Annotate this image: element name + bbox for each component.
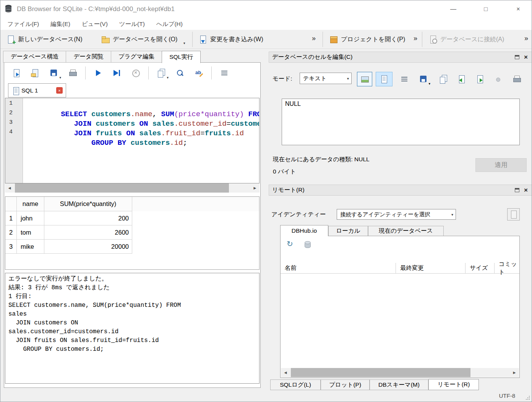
column-commit[interactable]: コミット: [495, 263, 519, 273]
cell-name[interactable]: mike: [17, 240, 44, 254]
menu-view[interactable]: ビュー(V): [76, 20, 114, 28]
cell-sum[interactable]: 20000: [44, 240, 132, 254]
sql-token: customers: [231, 120, 259, 128]
open-database-dropdown-arrow[interactable]: ▾: [183, 41, 185, 45]
apply-button[interactable]: 適用: [475, 158, 527, 172]
toolbar-overflow-3[interactable]: »: [524, 34, 528, 42]
auto-format-button[interactable]: [190, 66, 207, 80]
menu-tools[interactable]: ツール(T): [114, 20, 151, 28]
json-format-button[interactable]: [397, 72, 412, 86]
window-title: DB Browser for SQLite - C:¥tmp¥dd-000_no…: [17, 5, 175, 13]
sql-editor-tab[interactable]: SQL 1 ×: [8, 83, 66, 97]
print-sql-button[interactable]: [64, 66, 81, 80]
remote-horizontal-scrollbar[interactable]: ◀ ▶: [281, 368, 519, 377]
menu-file[interactable]: ファイル(F): [2, 20, 45, 28]
bottom-tab-remote[interactable]: リモート(R): [428, 379, 479, 390]
open-project-button[interactable]: プロジェクトを開く(P): [326, 32, 408, 47]
save-cell-dropdown-arrow[interactable]: ▾: [428, 82, 430, 86]
write-changes-button[interactable]: 変更を書き込み(W): [195, 32, 266, 47]
tab-edit-pragmas[interactable]: プラグマ編集: [111, 51, 162, 63]
identity-combobox[interactable]: 接続するアイデンティティーを選択 ▾: [337, 209, 456, 220]
table-row[interactable]: 1 john 200: [5, 211, 259, 225]
open-sql-file-button[interactable]: [27, 66, 44, 80]
tab-browse-data[interactable]: データ閲覧: [66, 51, 110, 63]
cell-sum[interactable]: 2600: [44, 225, 132, 240]
remote-tab-dbhub[interactable]: DBHub.io: [280, 225, 328, 236]
bottom-tab-db-schema[interactable]: DBスキーマ(M): [370, 379, 428, 390]
sql-file-icon: [11, 86, 18, 95]
toolbar-overflow-2[interactable]: »: [414, 34, 417, 42]
import-cell-button[interactable]: [454, 72, 469, 86]
encoding-indicator[interactable]: UTF-8: [499, 392, 516, 399]
attach-database-button[interactable]: データベースに接続(A): [425, 32, 507, 47]
resize-grip[interactable]: [526, 396, 530, 400]
text-mode-button[interactable]: [376, 72, 393, 86]
save-results-button[interactable]: ▾: [153, 66, 170, 80]
remote-tab-current-database[interactable]: 現在のデータベース: [368, 226, 444, 236]
execute-all-button[interactable]: [90, 66, 107, 80]
remote-tab-local[interactable]: ローカル: [328, 226, 368, 236]
results-column-name[interactable]: name: [17, 197, 44, 211]
cell-name[interactable]: tom: [17, 225, 44, 240]
menu-edit[interactable]: 編集(E): [45, 20, 76, 28]
find-button[interactable]: [172, 66, 188, 80]
save-sql-dropdown-arrow[interactable]: ▾: [59, 76, 61, 79]
execute-current-line-button[interactable]: [109, 66, 125, 80]
manage-identities-button[interactable]: [507, 208, 520, 220]
cell-value-editor[interactable]: NULL: [282, 99, 520, 145]
dock-float-icon[interactable]: [515, 55, 519, 59]
maximize-button[interactable]: □: [477, 2, 495, 17]
refresh-icon[interactable]: ↻: [287, 239, 293, 248]
execution-log[interactable]: エラーなしで実行が終了しました。 結果: 3 行が 8ms で返されました 1 …: [5, 273, 260, 384]
cell-name[interactable]: john: [17, 211, 44, 225]
column-size[interactable]: サイズ: [466, 263, 495, 273]
sql-editor[interactable]: 1 2 3 4 SELECT customers.name, SUM(price…: [5, 98, 260, 183]
bottom-tab-plot[interactable]: プロット(P): [321, 379, 370, 390]
close-button[interactable]: ×: [509, 2, 527, 17]
save-cell-button[interactable]: ▾: [416, 72, 431, 86]
set-null-button[interactable]: [491, 72, 504, 86]
scrollbar-thumb[interactable]: [291, 368, 470, 377]
write-changes-label: 変更を書き込み(W): [210, 36, 263, 44]
scrollbar-thumb[interactable]: [15, 183, 229, 193]
scroll-right-arrow[interactable]: ▶: [510, 368, 519, 377]
mode-combobox[interactable]: テキスト ▾: [300, 73, 352, 84]
cell-sum[interactable]: 200: [44, 211, 132, 225]
save-sql-file-button[interactable]: ▾: [45, 66, 62, 80]
row-number: 2: [5, 225, 17, 240]
dock-float-icon[interactable]: [515, 188, 519, 192]
menu-help[interactable]: ヘルプ(H): [151, 20, 188, 28]
table-row[interactable]: 2 tom 2600: [5, 225, 259, 240]
scroll-right-arrow[interactable]: ▶: [250, 183, 260, 193]
set-null-icon: [493, 75, 503, 84]
tab-database-structure[interactable]: データベース構造: [3, 51, 66, 63]
minimize-button[interactable]: —: [444, 2, 462, 17]
export-cell-button[interactable]: [472, 72, 488, 86]
open-database-button[interactable]: データベースを開く(O): [98, 32, 180, 47]
toolbar-overflow-1[interactable]: »: [312, 34, 316, 42]
scroll-left-arrow[interactable]: ◀: [5, 183, 14, 193]
table-row[interactable]: 3 mike 20000: [5, 240, 259, 254]
sql-token: fruits: [96, 129, 126, 138]
sql-tab-close-button[interactable]: ×: [56, 87, 63, 94]
save-results-dropdown-arrow[interactable]: ▾: [167, 76, 169, 79]
stop-execution-button[interactable]: [127, 66, 144, 80]
print-cell-button[interactable]: [509, 72, 524, 86]
copy-cell-button[interactable]: [436, 72, 451, 86]
word-wrap-button[interactable]: [216, 66, 233, 80]
column-name[interactable]: 名前: [281, 263, 396, 273]
image-mode-button[interactable]: [357, 72, 372, 86]
tab-execute-sql[interactable]: SQL実行: [162, 51, 201, 63]
bottom-tab-sql-log[interactable]: SQLログ(L): [270, 379, 321, 390]
scroll-left-arrow[interactable]: ◀: [281, 368, 290, 377]
sql-token: [61, 139, 91, 147]
results-column-sum[interactable]: SUM(price*quantity): [44, 197, 132, 211]
dock-close-icon[interactable]: ×: [524, 53, 528, 61]
new-database-button[interactable]: 新しいデータベース(N): [3, 32, 85, 47]
dock-close-icon[interactable]: ×: [524, 186, 528, 194]
clone-database-icon[interactable]: [303, 240, 312, 249]
editor-horizontal-scrollbar[interactable]: ◀ ▶: [5, 183, 260, 193]
open-sql-tab-button[interactable]: [8, 66, 25, 80]
column-last-modified[interactable]: 最終変更: [396, 263, 466, 273]
sql-code-area[interactable]: SELECT customers.name, SUM(price*quantit…: [23, 98, 259, 183]
